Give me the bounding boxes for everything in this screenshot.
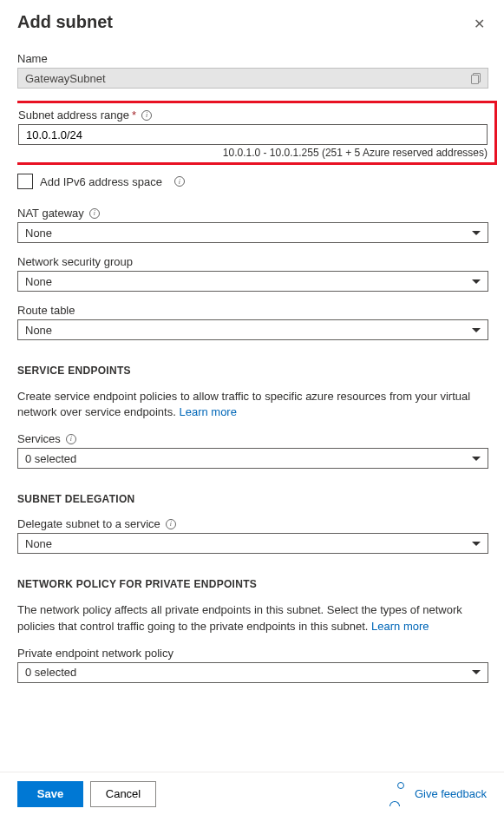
chevron-down-icon [472,670,481,674]
route-table-value: None [25,324,52,337]
save-button[interactable]: Save [17,781,83,807]
pe-policy-label: Private endpoint network policy [17,647,488,660]
chevron-down-icon [472,279,481,284]
nat-gateway-value: None [25,227,52,240]
nat-gateway-select[interactable]: None [17,222,488,243]
services-select[interactable]: 0 selected [17,448,488,469]
pe-policy-select[interactable]: 0 selected [17,662,488,683]
nsg-value: None [25,275,52,288]
chevron-down-icon [472,542,481,546]
delegate-select[interactable]: None [17,533,488,554]
subnet-range-hint: 10.0.1.0 - 10.0.1.255 (251 + 5 Azure res… [18,147,488,159]
ipv6-label: Add IPv6 address space [40,175,162,188]
delegate-label: Delegate subnet to a service [17,517,160,530]
chevron-down-icon [472,231,481,235]
info-icon[interactable]: i [89,208,100,219]
route-table-select[interactable]: None [17,319,488,340]
close-icon[interactable]: ✕ [470,16,488,33]
nat-gateway-label: NAT gateway [17,207,84,220]
network-policy-heading: NETWORK POLICY FOR PRIVATE ENDPOINTS [17,578,488,590]
services-value: 0 selected [25,452,76,465]
ipv6-checkbox[interactable] [17,174,33,189]
feedback-icon [397,781,409,807]
learn-more-link[interactable]: Learn more [179,405,236,418]
subnet-range-label: Subnet address range [18,108,129,122]
pe-policy-value: 0 selected [25,666,76,679]
cancel-button[interactable]: Cancel [90,781,156,807]
service-endpoints-heading: SERVICE ENDPOINTS [17,365,488,377]
info-icon[interactable]: i [174,176,185,187]
info-icon[interactable]: i [141,110,152,121]
subnet-range-input[interactable] [18,124,488,145]
give-feedback-link[interactable]: Give feedback [397,781,487,807]
services-label: Services [17,432,61,445]
subnet-range-highlight: Subnet address range * i 10.0.1.0 - 10.0… [17,101,497,165]
name-readonly-field: GatewaySubnet [17,68,488,89]
name-value: GatewaySubnet [25,72,106,85]
route-table-label: Route table [17,304,488,317]
chevron-down-icon [472,328,481,332]
service-endpoints-desc: Create service endpoint policies to allo… [17,389,488,420]
subnet-delegation-heading: SUBNET DELEGATION [17,493,488,505]
delegate-value: None [25,537,52,550]
required-asterisk: * [132,108,136,122]
nsg-select[interactable]: None [17,271,488,292]
footer-bar: Save Cancel Give feedback [0,772,504,815]
network-policy-desc: The network policy affects all private e… [17,602,488,634]
form-scroll[interactable]: Name GatewaySubnet Subnet address range … [17,52,499,772]
copy-icon[interactable] [471,73,481,83]
info-icon[interactable]: i [66,434,76,444]
info-icon[interactable]: i [166,519,176,529]
name-label: Name [17,52,488,65]
nsg-label: Network security group [17,255,488,268]
chevron-down-icon [472,457,481,461]
panel-title: Add subnet [17,12,113,32]
learn-more-link[interactable]: Learn more [371,620,429,633]
